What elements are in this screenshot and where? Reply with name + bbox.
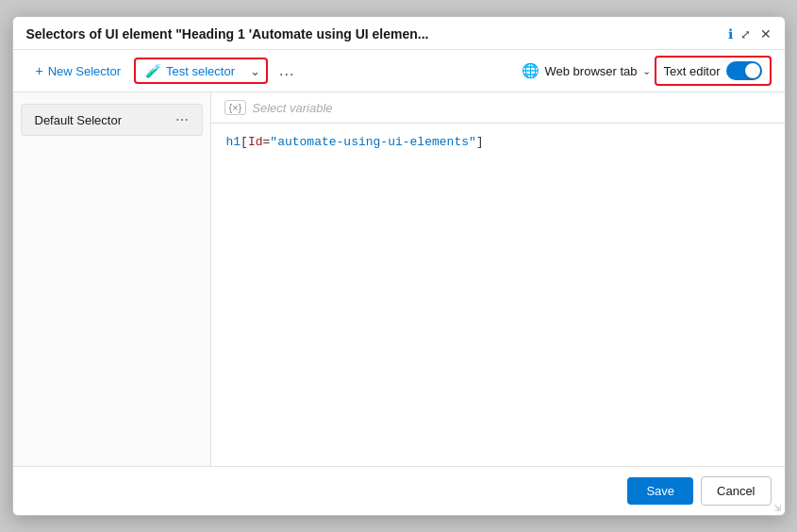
new-selector-label: New Selector [48, 64, 121, 78]
editor-area: {×} Select variable h1 [ Id = "automate-… [211, 92, 785, 466]
web-browser-group[interactable]: 🌐 Web browser tab ⌄ [522, 62, 650, 79]
text-editor-toggle[interactable] [726, 61, 762, 80]
code-attr-value: "automate-using-ui-elements" [270, 135, 475, 149]
flask-icon: 🧪 [145, 63, 161, 78]
default-selector-item[interactable]: Default Selector ⋯ [21, 104, 203, 136]
test-selector-label: Test selector [166, 64, 235, 78]
code-tag: h1 [226, 135, 241, 149]
info-icon[interactable]: ℹ [728, 26, 733, 42]
more-options-button[interactable]: ... [272, 58, 302, 84]
cancel-button[interactable]: Cancel [701, 476, 771, 506]
dialog-title: Selectors of UI element "Heading 1 'Auto… [26, 26, 721, 42]
code-editor[interactable]: h1 [ Id = "automate-using-ui-elements" ] [211, 124, 785, 466]
close-icon[interactable]: ✕ [760, 26, 772, 42]
plus-icon: + [36, 63, 43, 78]
variable-bar: {×} Select variable [211, 92, 785, 124]
variable-placeholder[interactable]: Select variable [252, 101, 332, 115]
save-button[interactable]: Save [627, 477, 693, 505]
sidebar-item-more[interactable]: ⋯ [175, 112, 189, 127]
resize-handle[interactable]: ⇲ [773, 503, 781, 513]
sidebar: Default Selector ⋯ [13, 92, 211, 466]
title-actions: ⤢ ✕ [740, 26, 772, 42]
main-content: Default Selector ⋯ {×} Select variable h… [13, 92, 785, 466]
dialog: Selectors of UI element "Heading 1 'Auto… [12, 16, 786, 516]
new-selector-button[interactable]: + New Selector [26, 58, 131, 83]
test-selector-button[interactable]: 🧪 Test selector [136, 59, 244, 82]
bracket-open: [ [241, 135, 248, 149]
web-browser-chevron: ⌄ [642, 65, 651, 77]
bracket-close: ] [476, 135, 484, 149]
default-selector-label: Default Selector [35, 113, 123, 127]
code-line: h1 [ Id = "automate-using-ui-elements" ] [226, 135, 770, 149]
toolbar: + New Selector 🧪 Test selector ⌄ ... 🌐 W… [13, 50, 785, 92]
dialog-titlebar: Selectors of UI element "Heading 1 'Auto… [13, 17, 785, 50]
variable-icon: {×} [224, 100, 247, 115]
text-editor-label: Text editor [664, 64, 721, 78]
code-attr-name: Id [248, 135, 263, 149]
test-selector-group: 🧪 Test selector ⌄ [134, 58, 268, 84]
equals: = [263, 135, 271, 149]
dialog-footer: Save Cancel [13, 466, 785, 515]
web-icon: 🌐 [522, 62, 540, 79]
expand-icon[interactable]: ⤢ [740, 27, 751, 42]
web-browser-label: Web browser tab [544, 64, 637, 78]
chevron-icon: ⌄ [250, 64, 260, 78]
text-editor-group: Text editor [655, 56, 772, 86]
test-selector-chevron[interactable]: ⌄ [244, 60, 266, 82]
